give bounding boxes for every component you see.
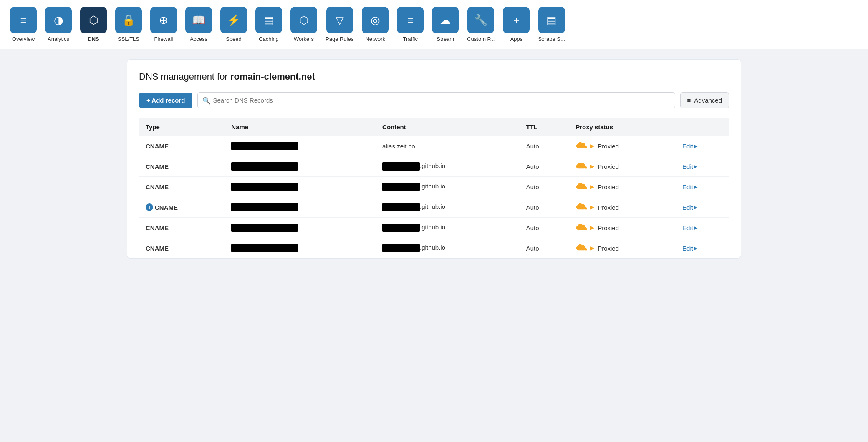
proxy-status-wrapper: ▶Proxied <box>575 224 669 231</box>
cell-ttl: Auto <box>520 156 569 177</box>
cell-name <box>225 197 376 218</box>
edit-link[interactable]: Edit ▶ <box>682 143 722 150</box>
cell-name <box>225 238 376 259</box>
cell-edit: Edit ▶ <box>676 156 729 177</box>
search-input[interactable] <box>197 92 675 108</box>
cell-type: CNAME <box>139 136 225 156</box>
content-suffix: .github.io <box>420 224 445 231</box>
nav-label-workers: Workers <box>294 36 314 42</box>
ssl-tls-icon: 🔒 <box>115 7 142 33</box>
cell-content: .github.io <box>376 177 520 197</box>
redacted-name <box>231 142 298 150</box>
table-row: CNAME.github.ioAuto ▶ProxiedEdit ▶ <box>139 218 729 238</box>
cell-edit: Edit ▶ <box>676 177 729 197</box>
edit-link[interactable]: Edit ▶ <box>682 163 722 170</box>
nav-item-firewall[interactable]: ⊕Firewall <box>147 5 180 44</box>
speed-icon: ⚡ <box>220 7 247 33</box>
dns-icon: ⬡ <box>80 7 107 33</box>
cell-ttl: Auto <box>520 238 569 259</box>
redacted-name <box>231 244 298 252</box>
redacted-name <box>231 183 298 191</box>
edit-arrow-icon: ▶ <box>694 225 697 231</box>
table-row: CNAME.github.ioAuto ▶ProxiedEdit ▶ <box>139 156 729 177</box>
table-row: CNAMEalias.zeit.coAuto ▶ProxiedEdit ▶ <box>139 136 729 156</box>
add-record-button[interactable]: + Add record <box>139 93 192 108</box>
nav-item-access[interactable]: 📖Access <box>182 5 215 44</box>
custom-pages-icon: 🔧 <box>467 7 494 33</box>
nav-label-speed: Speed <box>226 36 242 42</box>
proxy-status-wrapper: ▶Proxied <box>575 244 669 252</box>
nav-label-dns: DNS <box>88 36 99 42</box>
nav-item-scrape-shield[interactable]: ▤Scrape S... <box>535 5 568 44</box>
nav-item-dns[interactable]: ⬡DNS <box>77 5 110 44</box>
edit-arrow-icon: ▶ <box>694 246 697 251</box>
nav-item-network[interactable]: ◎Network <box>358 5 392 44</box>
cloud-icon <box>575 244 587 252</box>
network-icon: ◎ <box>362 7 389 33</box>
proxy-status-wrapper: ▶Proxied <box>575 142 669 150</box>
search-icon: 🔍 <box>202 96 211 104</box>
nav-item-workers[interactable]: ⬡Workers <box>287 5 320 44</box>
nav-item-traffic[interactable]: ≡Traffic <box>394 5 427 44</box>
dns-title: DNS management for romain-clement.net <box>139 71 729 82</box>
edit-link[interactable]: Edit ▶ <box>682 183 722 191</box>
table-header-row: TypeNameContentTTLProxy status <box>139 118 729 136</box>
proxy-arrow-icon: ▶ <box>590 184 594 190</box>
proxy-arrow-icon: ▶ <box>590 143 594 149</box>
nav-label-network: Network <box>365 36 385 42</box>
nav-item-speed[interactable]: ⚡Speed <box>217 5 250 44</box>
edit-arrow-icon: ▶ <box>694 143 697 149</box>
proxy-label: Proxied <box>598 204 619 211</box>
nav-item-caching[interactable]: ▤Caching <box>252 5 285 44</box>
proxy-status-wrapper: ▶Proxied <box>575 183 669 191</box>
info-icon[interactable]: i <box>146 203 153 211</box>
redacted-content <box>382 244 420 252</box>
cell-proxy-status: ▶Proxied <box>569 156 676 177</box>
nav-item-ssl-tls[interactable]: 🔒SSL/TLS <box>112 5 145 44</box>
nav-item-apps[interactable]: +Apps <box>500 5 533 44</box>
redacted-name <box>231 224 298 232</box>
cell-content: .github.io <box>376 197 520 218</box>
nav-item-page-rules[interactable]: ▽Page Rules <box>322 5 357 44</box>
nav-label-analytics: Analytics <box>48 36 69 42</box>
cell-edit: Edit ▶ <box>676 218 729 238</box>
edit-link[interactable]: Edit ▶ <box>682 245 722 252</box>
cell-name <box>225 218 376 238</box>
col-content: Content <box>376 118 520 136</box>
cell-proxy-status: ▶Proxied <box>569 238 676 259</box>
cell-ttl: Auto <box>520 177 569 197</box>
cell-content: .github.io <box>376 156 520 177</box>
access-icon: 📖 <box>185 7 212 33</box>
table-row: CNAME.github.ioAuto ▶ProxiedEdit ▶ <box>139 238 729 259</box>
advanced-button[interactable]: ≡ Advanced <box>680 92 729 108</box>
nav-item-overview[interactable]: ≡Overview <box>7 5 40 44</box>
cell-proxy-status: ▶Proxied <box>569 177 676 197</box>
redacted-content <box>382 183 420 191</box>
nav-label-traffic: Traffic <box>403 36 418 42</box>
dns-domain: romain-clement.net <box>230 71 315 82</box>
proxy-status-wrapper: ▶Proxied <box>575 163 669 170</box>
proxy-label: Proxied <box>598 183 619 191</box>
dns-table: TypeNameContentTTLProxy status CNAMEalia… <box>139 118 729 258</box>
cell-type: CNAME <box>139 238 225 259</box>
nav-item-analytics[interactable]: ◑Analytics <box>42 5 75 44</box>
nav-item-stream[interactable]: ☁Stream <box>429 5 462 44</box>
edit-link[interactable]: Edit ▶ <box>682 224 722 231</box>
cloud-icon <box>575 203 587 211</box>
cloud-icon <box>575 224 587 231</box>
traffic-icon: ≡ <box>397 7 424 33</box>
proxy-arrow-icon: ▶ <box>590 163 594 169</box>
cell-edit: Edit ▶ <box>676 197 729 218</box>
cell-edit: Edit ▶ <box>676 238 729 259</box>
proxy-label: Proxied <box>598 245 619 252</box>
analytics-icon: ◑ <box>45 7 72 33</box>
content-value: alias.zeit.co <box>382 143 415 150</box>
nav-label-stream: Stream <box>437 36 454 42</box>
redacted-content <box>382 224 420 232</box>
dns-panel: DNS management for romain-clement.net + … <box>127 59 741 259</box>
nav-item-custom-pages[interactable]: 🔧Custom P... <box>464 5 498 44</box>
edit-link[interactable]: Edit ▶ <box>682 204 722 211</box>
table-body: CNAMEalias.zeit.coAuto ▶ProxiedEdit ▶CNA… <box>139 136 729 259</box>
dns-title-prefix: DNS management for <box>139 71 230 82</box>
cell-content: .github.io <box>376 218 520 238</box>
